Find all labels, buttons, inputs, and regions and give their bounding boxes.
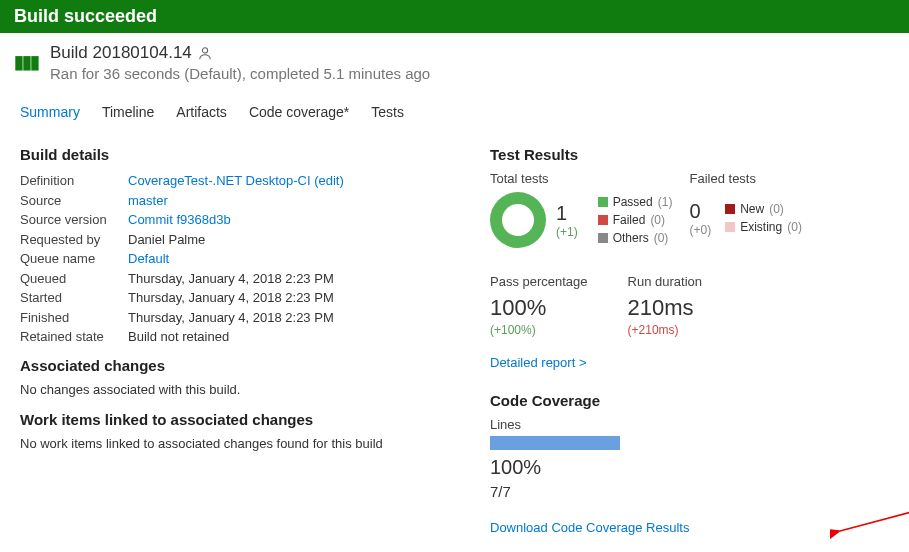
legend-new-count: (0)	[769, 200, 784, 218]
label-source-version: Source version	[20, 210, 128, 230]
tests-donut-chart	[490, 192, 546, 248]
failed-tests-label: Failed tests	[690, 171, 890, 186]
tab-tests[interactable]: Tests	[371, 104, 404, 120]
status-banner: Build succeeded	[0, 0, 909, 33]
left-column: Build details Definition CoverageTest-.N…	[20, 136, 460, 535]
build-details-heading: Build details	[20, 146, 460, 163]
row-started: Started Thursday, January 4, 2018 2:23 P…	[20, 288, 460, 308]
associated-changes-text: No changes associated with this build.	[20, 382, 460, 397]
total-tests-value: 1	[556, 202, 578, 225]
coverage-bar	[490, 436, 620, 450]
detailed-report-wrap: Detailed report >	[490, 355, 889, 370]
link-source-version[interactable]: Commit f9368d3b	[128, 212, 231, 227]
failed-tests-delta: (+0)	[690, 223, 712, 237]
value-started: Thursday, January 4, 2018 2:23 PM	[128, 288, 334, 308]
build-title: Build 20180104.14	[50, 43, 430, 63]
donut-wrap: 1 (+1) Passed (1) Failed (0)	[490, 192, 690, 248]
total-tests-block: Total tests 1 (+1) Passed (1)	[490, 171, 690, 248]
code-coverage-heading: Code Coverage	[490, 392, 889, 409]
label-definition: Definition	[20, 171, 128, 191]
associated-changes-heading: Associated changes	[20, 357, 460, 374]
tab-timeline[interactable]: Timeline	[102, 104, 154, 120]
failed-tests-value: 0	[690, 200, 712, 223]
right-column: Test Results Total tests 1 (+1) Passed (…	[490, 136, 889, 535]
duration-label: Run duration	[628, 274, 702, 289]
duration-delta: (+210ms)	[628, 323, 702, 337]
tab-summary[interactable]: Summary	[20, 104, 80, 120]
total-tests-numbers: 1 (+1)	[556, 202, 578, 239]
duration-value: 210ms	[628, 295, 702, 321]
pass-pct-value: 100%	[490, 295, 588, 321]
legend-new: New (0)	[725, 200, 802, 218]
content: Build details Definition CoverageTest-.N…	[0, 126, 909, 552]
build-header: ▮▮▮ Build 20180104.14 Ran for 36 seconds…	[0, 33, 909, 86]
value-finished: Thursday, January 4, 2018 2:23 PM	[128, 308, 334, 328]
label-finished: Finished	[20, 308, 128, 328]
square-green-icon	[598, 197, 608, 207]
square-red-icon	[598, 215, 608, 225]
row-requested-by: Requested by Daniel Palme	[20, 230, 460, 250]
person-icon	[198, 46, 212, 60]
row-source-version: Source version Commit f9368d3b	[20, 210, 460, 230]
label-queued: Queued	[20, 269, 128, 289]
download-wrap: Download Code Coverage Results	[490, 520, 889, 535]
pass-pct-delta: (+100%)	[490, 323, 588, 337]
failed-legend: New (0) Existing (0)	[725, 200, 802, 236]
legend-others-label: Others	[613, 229, 649, 247]
tabs: Summary Timeline Artifacts Code coverage…	[0, 86, 909, 126]
legend-passed: Passed (1)	[598, 193, 673, 211]
value-requested-by: Daniel Palme	[128, 230, 205, 250]
work-items-text: No work items linked to associated chang…	[20, 436, 460, 451]
square-gray-icon	[598, 233, 608, 243]
svg-point-0	[202, 48, 207, 53]
value-retained: Build not retained	[128, 327, 229, 347]
pass-pct-metric: Pass percentage 100% (+100%)	[490, 274, 588, 337]
row-queue-name: Queue name Default	[20, 249, 460, 269]
link-queue-name[interactable]: Default	[128, 251, 169, 266]
duration-metric: Run duration 210ms (+210ms)	[628, 274, 702, 337]
square-pink-icon	[725, 222, 735, 232]
link-definition[interactable]: CoverageTest-.NET Desktop-CI (edit)	[128, 173, 344, 188]
value-queued: Thursday, January 4, 2018 2:23 PM	[128, 269, 334, 289]
legend-existing: Existing (0)	[725, 218, 802, 236]
failed-tests-block: Failed tests 0 (+0) New (0)	[690, 171, 890, 248]
row-queued: Queued Thursday, January 4, 2018 2:23 PM	[20, 269, 460, 289]
test-results-heading: Test Results	[490, 146, 889, 163]
row-finished: Finished Thursday, January 4, 2018 2:23 …	[20, 308, 460, 328]
link-source[interactable]: master	[128, 193, 168, 208]
legend-others-count: (0)	[654, 229, 669, 247]
legend-passed-label: Passed	[613, 193, 653, 211]
coverage-frac: 7/7	[490, 483, 889, 500]
download-coverage-link[interactable]: Download Code Coverage Results	[490, 520, 689, 535]
row-definition: Definition CoverageTest-.NET Desktop-CI …	[20, 171, 460, 191]
label-requested-by: Requested by	[20, 230, 128, 250]
tab-artifacts[interactable]: Artifacts	[176, 104, 227, 120]
build-title-text: Build 20180104.14	[50, 43, 192, 63]
legend-failed: Failed (0)	[598, 211, 673, 229]
legend-failed-count: (0)	[650, 211, 665, 229]
legend-new-label: New	[740, 200, 764, 218]
tab-code-coverage[interactable]: Code coverage*	[249, 104, 349, 120]
label-retained: Retained state	[20, 327, 128, 347]
status-text: Build succeeded	[14, 6, 157, 26]
total-tests-label: Total tests	[490, 171, 690, 186]
pass-pct-label: Pass percentage	[490, 274, 588, 289]
tests-row: Total tests 1 (+1) Passed (1)	[490, 171, 889, 248]
metrics-row: Pass percentage 100% (+100%) Run duratio…	[490, 274, 889, 337]
tests-legend: Passed (1) Failed (0) Others (0)	[598, 193, 673, 247]
coverage-pct: 100%	[490, 456, 889, 479]
total-tests-delta: (+1)	[556, 225, 578, 239]
label-source: Source	[20, 191, 128, 211]
detailed-report-link[interactable]: Detailed report >	[490, 355, 586, 370]
legend-others: Others (0)	[598, 229, 673, 247]
build-subtitle: Ran for 36 seconds (Default), completed …	[50, 65, 430, 82]
label-queue-name: Queue name	[20, 249, 128, 269]
row-source: Source master	[20, 191, 460, 211]
failed-tests-numbers: 0 (+0)	[690, 200, 712, 237]
work-items-heading: Work items linked to associated changes	[20, 411, 460, 428]
coverage-lines-label: Lines	[490, 417, 889, 432]
build-bars-icon: ▮▮▮	[14, 51, 38, 73]
square-dark-red-icon	[725, 204, 735, 214]
legend-failed-label: Failed	[613, 211, 646, 229]
legend-passed-count: (1)	[658, 193, 673, 211]
